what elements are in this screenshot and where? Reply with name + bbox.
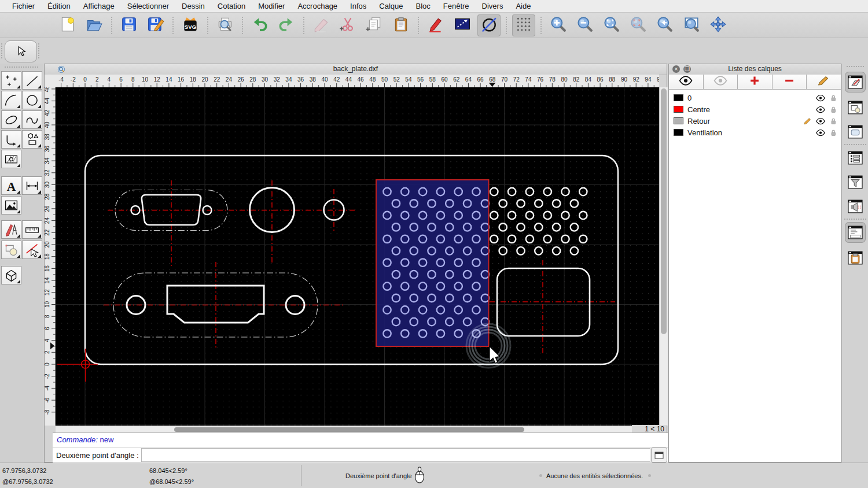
zoom-window-button[interactable] xyxy=(680,14,703,36)
tool-delete-select-button[interactable] xyxy=(22,241,42,259)
menu-calque[interactable]: Calque xyxy=(373,2,409,10)
tool-ellipse-button[interactable] xyxy=(1,110,21,129)
zoom-previous-button[interactable] xyxy=(627,14,650,36)
filter-widget-button[interactable] xyxy=(845,172,866,193)
tool-point-button[interactable] xyxy=(1,71,21,90)
print-preview-button[interactable] xyxy=(214,14,237,36)
tool-line-button[interactable] xyxy=(22,71,42,90)
layer-color-swatch[interactable] xyxy=(674,106,683,113)
clipboard-widget-button[interactable] xyxy=(845,247,866,268)
tool-text-button[interactable]: A xyxy=(1,176,21,195)
layer-lock-icon[interactable] xyxy=(828,117,838,125)
menu-infos[interactable]: Infos xyxy=(344,2,373,10)
tool-dimension-button[interactable] xyxy=(22,176,42,195)
zoom-back-button[interactable] xyxy=(653,14,676,36)
layer-lock-icon[interactable] xyxy=(828,128,838,136)
layer-row-retour[interactable]: Retour xyxy=(669,115,841,127)
layer-lock-icon[interactable] xyxy=(828,94,838,102)
svg-text:76: 76 xyxy=(537,76,544,83)
menu-bloc[interactable]: Bloc xyxy=(409,2,436,10)
tool-image-button[interactable] xyxy=(1,196,21,215)
menu-modifier[interactable]: Modifier xyxy=(252,2,291,10)
tool-arc-button[interactable] xyxy=(1,91,21,109)
menu-dessin[interactable]: Dessin xyxy=(175,2,211,10)
redo-button[interactable] xyxy=(275,14,298,36)
menu-divers[interactable]: Divers xyxy=(476,2,510,10)
svg-text:46: 46 xyxy=(358,76,365,83)
remove-layer-button[interactable] xyxy=(773,75,807,90)
open-button[interactable] xyxy=(83,14,106,36)
command-input[interactable] xyxy=(141,448,650,462)
library-browser-widget-button[interactable] xyxy=(845,121,866,142)
block-list-widget-button[interactable] xyxy=(845,97,866,118)
zoom-pan-button[interactable] xyxy=(707,14,730,36)
hide-all-eye-button[interactable] xyxy=(704,75,738,90)
tool-hatch-button[interactable] xyxy=(1,150,21,168)
add-layer-button[interactable] xyxy=(738,75,773,90)
undock-icon[interactable]: ❐ xyxy=(683,65,691,73)
layer-visibility-eye-icon[interactable] xyxy=(815,128,826,136)
tool-spline-button[interactable] xyxy=(22,110,42,129)
tool-circle-button[interactable] xyxy=(22,91,42,109)
save-button[interactable] xyxy=(117,14,141,36)
layer-color-swatch[interactable] xyxy=(674,94,683,101)
window-icon xyxy=(654,452,664,459)
drawing-canvas[interactable] xyxy=(56,87,659,426)
menu-fenetre[interactable]: Fenêtre xyxy=(437,2,476,10)
cut-button[interactable] xyxy=(336,14,359,36)
tool-blocks-button[interactable] xyxy=(1,241,21,259)
undo-button[interactable] xyxy=(248,14,271,36)
layer-row-ventilation[interactable]: Ventilation xyxy=(669,127,841,138)
svg-text:0: 0 xyxy=(83,76,87,83)
save-as-button[interactable] xyxy=(144,14,167,36)
close-icon[interactable]: × xyxy=(672,65,680,73)
menu-selectionner[interactable]: Sélectionner xyxy=(121,2,175,10)
command-widget-button[interactable] xyxy=(845,222,866,243)
horizontal-scrollbar-thumb[interactable] xyxy=(174,427,524,432)
layer-list-widget-button[interactable] xyxy=(845,72,866,93)
new-button[interactable] xyxy=(56,14,79,36)
menu-cotation[interactable]: Cotation xyxy=(211,2,252,10)
layer-row-0[interactable]: 0 xyxy=(669,92,841,103)
block-insert-widget-button[interactable] xyxy=(845,196,866,217)
entity-list-widget-button[interactable] xyxy=(845,147,866,168)
menu-fichier[interactable]: Fichier xyxy=(6,2,41,10)
layer-visibility-eye-icon[interactable] xyxy=(815,105,826,113)
menu-affichage[interactable]: Affichage xyxy=(77,2,121,10)
vertical-scrollbar[interactable] xyxy=(659,87,668,426)
tool-polyline-button[interactable] xyxy=(1,130,21,149)
paste-button[interactable] xyxy=(389,14,413,36)
line-attributes-button[interactable] xyxy=(451,14,474,36)
tool-solids-button[interactable] xyxy=(1,266,21,284)
layers-panel-titlebar[interactable]: × ❐ Liste des calques xyxy=(669,64,841,75)
zoom-out-button[interactable] xyxy=(573,14,597,36)
show-all-eye-button[interactable] xyxy=(669,75,704,90)
draw-pen-button[interactable] xyxy=(424,14,447,36)
pen-off-button[interactable] xyxy=(477,14,501,36)
selection-arrow-button[interactable] xyxy=(5,40,37,62)
document-titlebar[interactable]: back_plate.dxf xyxy=(45,64,667,75)
menu-accrochage[interactable]: Accrochage xyxy=(291,2,344,10)
tool-shapes-button[interactable] xyxy=(22,130,42,149)
grid-button[interactable] xyxy=(512,14,535,36)
layer-lock-icon[interactable] xyxy=(828,105,838,113)
dock-widgets-toolbar xyxy=(841,64,868,463)
layer-visibility-eye-icon[interactable] xyxy=(815,94,826,102)
tool-modify-button[interactable] xyxy=(1,220,21,239)
svg-text:94: 94 xyxy=(645,76,652,83)
menu-aide[interactable]: Aide xyxy=(509,2,537,10)
layer-color-swatch[interactable] xyxy=(674,117,683,124)
layer-visibility-eye-icon[interactable] xyxy=(815,117,826,125)
layer-color-swatch[interactable] xyxy=(674,129,683,136)
menu-edition[interactable]: Édition xyxy=(41,2,77,10)
export-svg-button[interactable]: SVG xyxy=(179,14,202,36)
command-keyboard-toggle-button[interactable] xyxy=(651,448,667,463)
tool-measure-button[interactable] xyxy=(22,220,42,239)
layer-row-centre[interactable]: Centre xyxy=(669,103,841,115)
copy-button[interactable] xyxy=(363,14,386,36)
zoom-auto-button[interactable] xyxy=(600,14,623,36)
edit-layer-button[interactable] xyxy=(807,75,841,90)
vertical-scrollbar-thumb[interactable] xyxy=(661,88,667,334)
delete-button[interactable] xyxy=(310,14,333,36)
zoom-in-button[interactable] xyxy=(547,14,570,36)
